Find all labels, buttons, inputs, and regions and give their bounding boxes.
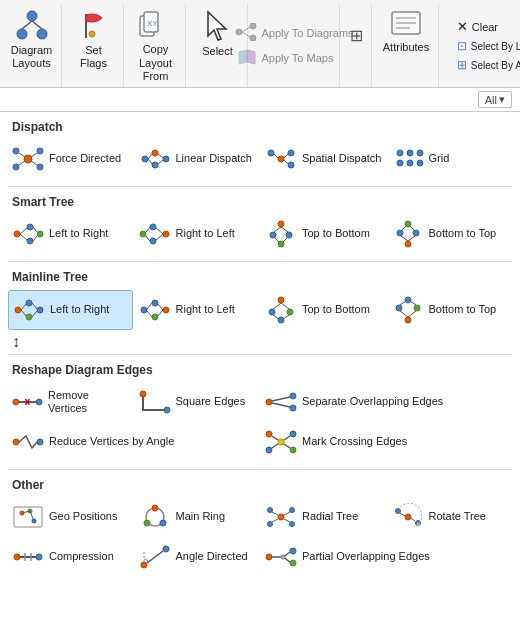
svg-line-112 [400,311,408,317]
mainline-right-to-left-item[interactable]: Right to Left [135,290,260,330]
force-directed-label: Force Directed [49,152,121,165]
attributes-label: Attributes [383,41,429,54]
svg-line-66 [146,227,150,232]
svg-point-84 [15,307,21,313]
set-flags-button[interactable]: Set Flags [68,6,119,72]
spatial-dispatch-item[interactable]: Spatial Dispatch [261,140,386,178]
select-by-attribute-button[interactable]: ⊞ Select By At... [452,56,520,74]
svg-point-86 [26,314,32,320]
smart-rtl-icon [139,220,171,248]
svg-point-39 [278,156,284,162]
svg-point-171 [266,554,272,560]
svg-line-91 [32,311,37,317]
svg-line-115 [410,301,416,305]
apply-to-diagrams-label: Apply To Diagrams [261,27,353,39]
filter-arrow: ▾ [499,93,505,106]
svg-point-62 [150,238,156,244]
mainline-left-to-right-item[interactable]: Left to Right [8,290,133,330]
compression-item[interactable]: Compression [8,538,133,576]
copy-layout-from-button[interactable]: XY Copy Layout From [130,6,181,85]
square-edges-item[interactable]: Square Edges [135,383,260,421]
smart-top-to-bottom-item[interactable]: Top to Bottom [261,215,386,253]
grid-item[interactable]: Grid [388,140,513,178]
mark-crossing-item[interactable]: Mark Crossing Edges [261,423,512,461]
smart-right-to-left-item[interactable]: Right to Left [135,215,260,253]
svg-point-55 [37,231,43,237]
mainline-bottom-to-top-item[interactable]: Bottom to Top [388,290,513,330]
rotate-tree-item[interactable]: Rotate Tree [388,498,513,536]
compression-label: Compression [49,550,114,563]
svg-point-168 [163,546,169,552]
svg-point-70 [286,232,292,238]
radial-tree-item[interactable]: Radial Tree [261,498,386,536]
grid-icon [392,145,424,173]
linear-dispatch-item[interactable]: Linear Dispatch [135,140,260,178]
svg-line-88 [21,304,26,310]
svg-line-126 [272,397,290,401]
svg-line-43 [274,154,278,158]
radial-tree-label: Radial Tree [302,510,358,523]
smart-left-to-right-item[interactable]: Left to Right [8,215,133,253]
svg-line-56 [20,228,27,234]
diagram-layouts-button[interactable]: Diagram Layouts [5,6,59,72]
apply-to-diagrams-button[interactable]: Apply To Diagrams [230,21,358,45]
svg-line-80 [401,236,408,241]
svg-point-68 [278,221,284,227]
svg-point-172 [290,548,296,554]
svg-point-12 [250,23,256,29]
filter-bar: All ▾ [0,88,520,112]
clear-button[interactable]: ✕ Clear [452,17,520,36]
svg-point-125 [290,405,296,411]
svg-point-13 [250,35,256,41]
remove-vertices-item[interactable]: Remove Vertices [8,383,133,421]
mainline-rtl-label: Right to Left [176,303,235,316]
smart-bottom-to-top-item[interactable]: Bottom to Top [388,215,513,253]
svg-point-54 [27,238,33,244]
linear-dispatch-label: Linear Dispatch [176,152,252,165]
svg-point-63 [140,231,146,237]
copy-layout-icon: XY [138,8,174,43]
svg-point-41 [288,162,294,168]
partial-overlapping-item[interactable]: Partial Overlapping Edges [261,538,512,576]
force-directed-item[interactable]: Force Directed [8,140,133,178]
mainline-top-to-bottom-item[interactable]: Top to Bottom [261,290,386,330]
attributes-button[interactable]: Attributes [377,6,435,56]
select-by-location-button[interactable]: ⊡ Select By Lo... [452,37,520,55]
svg-point-31 [142,156,148,162]
main-ring-item[interactable]: Main Ring [135,498,260,536]
svg-point-167 [141,562,147,568]
svg-point-47 [407,150,413,156]
rotate-tree-icon [392,503,424,531]
mainline-ttb-icon [265,296,297,324]
svg-line-58 [33,227,37,232]
separate-overlapping-item[interactable]: Separate Overlapping Edges [261,383,512,421]
select-label: Select [202,45,233,58]
svg-point-130 [266,431,272,437]
mainline-btt-icon [392,296,424,324]
filter-dropdown[interactable]: All ▾ [478,91,512,108]
svg-point-128 [13,439,19,445]
svg-point-61 [150,224,156,230]
svg-line-106 [273,315,279,319]
apply-to-maps-button[interactable]: Apply To Maps [230,46,358,70]
svg-line-155 [284,519,290,522]
cursor-indicator: ↕ [12,334,520,350]
reduce-vertices-label: Reduce Vertices by Angle [49,435,174,448]
angle-directed-item[interactable]: Angle Directed [135,538,260,576]
force-directed-icon [12,145,44,173]
svg-point-163 [36,554,42,560]
set-flags-label: Set Flags [74,44,113,70]
svg-line-104 [273,303,281,309]
mainline-ltr-label: Left to Right [50,303,109,316]
svg-point-1 [17,29,27,39]
svg-line-45 [284,154,288,158]
geo-positions-item[interactable]: Geo Positions [8,498,133,536]
spatial-dispatch-icon [265,145,297,173]
remove-vertices-label: Remove Vertices [48,389,129,415]
svg-point-108 [405,317,411,323]
svg-point-51 [417,160,423,166]
reshape-grid: Remove Vertices Square Edges Separate Ov… [0,381,520,469]
svg-point-122 [164,407,170,413]
reduce-vertices-item[interactable]: Reduce Vertices by Angle [8,423,259,461]
svg-point-116 [13,399,19,405]
